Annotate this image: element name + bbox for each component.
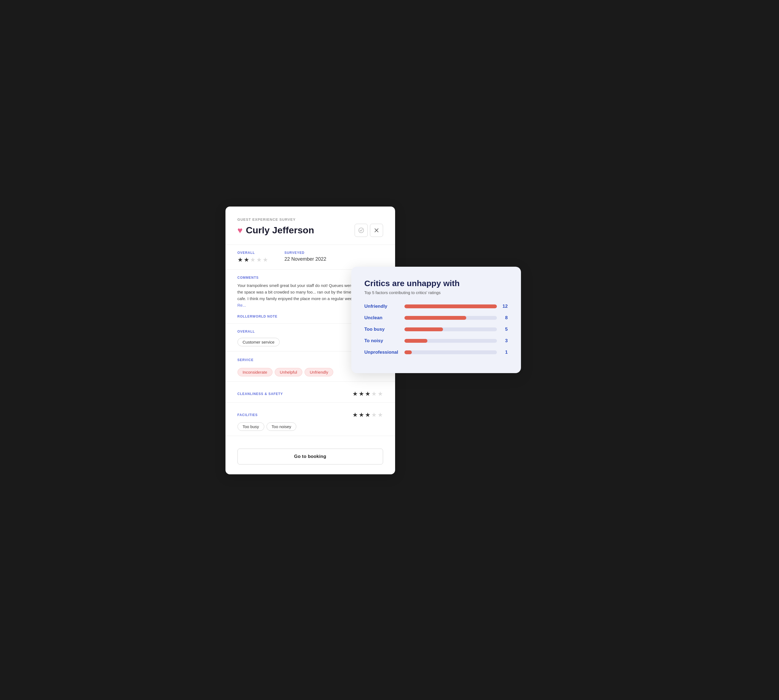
go-booking-button[interactable]: Go to booking <box>237 448 383 465</box>
overall-tag: Customer service <box>237 338 280 346</box>
svg-point-0 <box>359 228 364 233</box>
star-4: ★ <box>256 256 262 263</box>
fac-star-5: ★ <box>378 412 383 418</box>
close-button[interactable] <box>370 224 383 237</box>
service-label: SERVICE <box>237 358 254 362</box>
bar-fill-0 <box>404 305 497 308</box>
section-divider-5 <box>225 436 395 436</box>
bar-track-4 <box>404 350 497 354</box>
fac-star-2: ★ <box>359 412 364 418</box>
bar-value-1: 8 <box>501 315 508 321</box>
bar-track-0 <box>404 305 497 308</box>
critics-subtitle: Top 5 factors contributing to critics' r… <box>364 290 508 295</box>
header-buttons <box>355 224 383 237</box>
bar-track-2 <box>404 327 497 331</box>
facilities-section: FACILITIES ★ ★ ★ ★ ★ Too busy Too noisey <box>237 408 383 431</box>
bar-value-3: 3 <box>501 338 508 343</box>
surveyed-meta: SURVEYED 22 November 2022 <box>285 251 327 263</box>
bar-label-3: To noisy <box>364 338 400 343</box>
cleanliness-stars: ★ ★ ★ ★ ★ <box>352 390 383 397</box>
star-3: ★ <box>250 256 255 263</box>
cln-star-3: ★ <box>365 390 370 397</box>
bar-fill-4 <box>404 350 412 354</box>
tag-too-busy: Too busy <box>237 422 264 431</box>
star-1: ★ <box>237 256 243 263</box>
fac-star-3: ★ <box>365 412 370 418</box>
tag-unhelpful: Unhelpful <box>275 368 302 377</box>
survey-name: Curly Jefferson <box>246 225 314 235</box>
section-divider-4 <box>225 402 395 403</box>
bar-row-3: To noisy 3 <box>364 338 508 343</box>
cleanliness-label: CLEANLINESS & SAFETY <box>237 392 283 396</box>
section-divider-3 <box>225 381 395 382</box>
tag-too-noisey: Too noisey <box>267 422 297 431</box>
cleanliness-row: CLEANLINESS & SAFETY ★ ★ ★ ★ ★ <box>237 387 383 397</box>
star-2: ★ <box>244 256 249 263</box>
bar-label-1: Unclean <box>364 315 400 321</box>
cln-star-5: ★ <box>378 390 383 397</box>
fac-star-1: ★ <box>352 412 358 418</box>
bar-row-2: Too busy 5 <box>364 327 508 332</box>
bars-container: Unfriendly 12 Unclean 8 Too busy 5 To no… <box>364 303 508 355</box>
scene: GUEST EXPERIENCE SURVEY ♥ Curly Jefferso… <box>225 207 554 494</box>
facilities-label: FACILITIES <box>237 413 258 417</box>
bar-label-4: Unprofessional <box>364 350 400 355</box>
survey-card-label: GUEST EXPERIENCE SURVEY <box>237 217 383 222</box>
bar-fill-2 <box>404 327 443 331</box>
tag-inconsiderate: Inconsiderate <box>237 368 272 377</box>
tag-unfriendly: Unfriendly <box>305 368 334 377</box>
star-5: ★ <box>263 256 268 263</box>
critics-card: Critics are unhappy with Top 5 factors c… <box>351 267 521 373</box>
facilities-tags: Too busy Too noisey <box>237 421 383 431</box>
cln-star-2: ★ <box>359 390 364 397</box>
surveyed-label: SURVEYED <box>285 251 327 255</box>
bar-value-4: 1 <box>501 350 508 355</box>
approve-button[interactable] <box>355 224 368 237</box>
bar-value-0: 12 <box>501 303 508 309</box>
overall-stars: ★ ★ ★ ★ ★ <box>237 256 268 263</box>
bar-row-0: Unfriendly 12 <box>364 303 508 309</box>
surveyed-date: 22 November 2022 <box>285 256 327 262</box>
read-more[interactable]: Re... <box>237 303 246 307</box>
survey-header: ♥ Curly Jefferson <box>237 224 383 237</box>
bar-row-1: Unclean 8 <box>364 315 508 321</box>
bar-value-2: 5 <box>501 327 508 332</box>
heart-icon: ♥ <box>237 226 243 235</box>
facilities-row: FACILITIES ★ ★ ★ ★ ★ <box>237 408 383 418</box>
fac-star-4: ★ <box>371 412 377 418</box>
bar-fill-3 <box>404 339 428 343</box>
overall-meta: OVERALL ★ ★ ★ ★ ★ <box>237 251 268 263</box>
bar-fill-1 <box>404 316 466 320</box>
bar-label-0: Unfriendly <box>364 303 400 309</box>
bar-label-2: Too busy <box>364 327 400 332</box>
survey-title-row: ♥ Curly Jefferson <box>237 225 314 235</box>
bar-track-1 <box>404 316 497 320</box>
critics-title: Critics are unhappy with <box>364 279 508 288</box>
cln-star-4: ★ <box>371 390 377 397</box>
overall-label: OVERALL <box>237 251 268 255</box>
facilities-stars: ★ ★ ★ ★ ★ <box>352 412 383 418</box>
cln-star-1: ★ <box>352 390 358 397</box>
meta-row: OVERALL ★ ★ ★ ★ ★ SURVEYED 22 November 2… <box>237 245 383 270</box>
bar-row-4: Unprofessional 1 <box>364 350 508 355</box>
bar-track-3 <box>404 339 497 343</box>
